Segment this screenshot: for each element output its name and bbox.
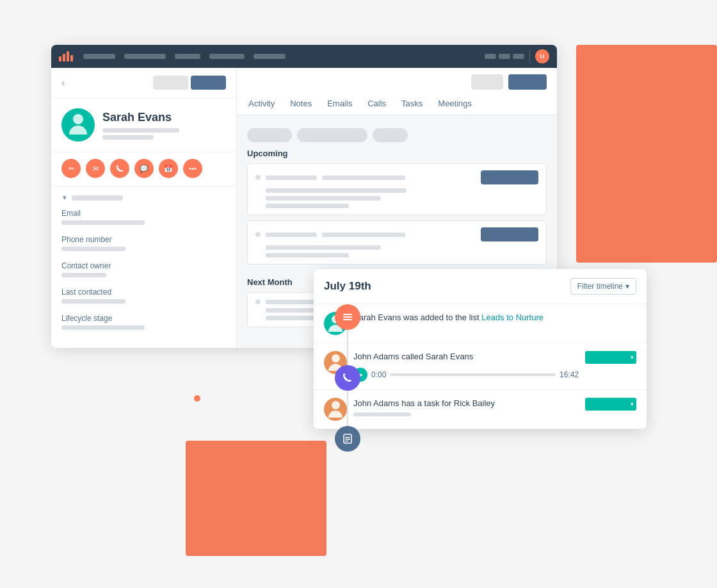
filter-timeline-button[interactable]: Filter timeline ▾ [570, 278, 636, 295]
back-button[interactable]: ‹ [61, 78, 65, 88]
nav-item-companies[interactable] [124, 54, 166, 59]
event-content-1: Sarah Evans was added to the list Leads … [324, 312, 636, 335]
event-meta-line [353, 412, 411, 416]
background-shape-bottom-left [186, 441, 326, 556]
chevron-down-icon: ▾ [625, 282, 629, 291]
event-text-called: John Adams called Sarah Evans [353, 352, 473, 361]
card-action-2[interactable] [481, 227, 538, 241]
contact-details: Sarah Evans [102, 111, 179, 140]
property-owner: Contact owner [61, 261, 226, 277]
svg-rect-0 [343, 314, 352, 315]
contact-avatar [61, 108, 95, 142]
owner-value[interactable] [61, 273, 106, 277]
contact-actions-bar [153, 76, 226, 90]
calendar-icon-btn[interactable]: 📅 [159, 159, 178, 178]
lifecycle-value[interactable] [61, 325, 145, 330]
nav-icon-3[interactable] [513, 54, 524, 59]
svg-rect-1 [343, 316, 352, 318]
timeline-icon-phone [335, 365, 360, 391]
user-avatar[interactable]: U [535, 49, 549, 63]
contact-info: Sarah Evans [51, 98, 236, 152]
section-toggle[interactable]: ▼ [61, 194, 226, 201]
filter-pill-1[interactable] [247, 128, 292, 142]
phone-icon-btn[interactable] [110, 159, 129, 178]
event-content-3: John Adams has a task for Rick Bailey ▾ [324, 398, 636, 421]
tab-calls[interactable]: Calls [366, 95, 387, 115]
nav-icon-1[interactable] [485, 54, 496, 59]
card-line-2a [266, 233, 317, 237]
more-icon-btn[interactable]: ••• [183, 159, 202, 178]
filter-pill-3[interactable] [373, 128, 408, 142]
secondary-action-btn[interactable] [471, 74, 503, 90]
card-sub-lines-2 [255, 245, 538, 257]
tab-notes[interactable]: Notes [289, 95, 313, 115]
audio-progress-bar[interactable] [390, 373, 556, 376]
avatar-head [73, 114, 83, 124]
filter-timeline-label: Filter timeline [577, 282, 623, 291]
tab-activity[interactable]: Activity [247, 95, 276, 115]
event-badge-called[interactable]: ▾ [585, 351, 636, 364]
card-sub-lines-1 [255, 188, 538, 208]
next-month-line-1 [266, 300, 317, 304]
audio-time-start: 0:00 [371, 370, 386, 379]
property-phone: Phone number [61, 235, 226, 251]
email-icon-btn[interactable]: ✉ [86, 159, 105, 178]
event-text-2: John Adams called Sarah Evans ▶ 0:00 16:… [353, 351, 579, 382]
nav-divider [529, 50, 530, 63]
tab-tasks[interactable]: Tasks [400, 95, 424, 115]
tab-meetings[interactable]: Meetings [437, 95, 473, 115]
badge-arrow-task-icon: ▾ [631, 401, 634, 407]
event-text-3: John Adams has a task for Rick Bailey [353, 398, 579, 416]
card-line-1b [322, 176, 405, 180]
nav-item-activities[interactable] [209, 54, 245, 59]
action-placeholder-1[interactable] [153, 76, 188, 90]
nav-item-deals[interactable] [175, 54, 200, 59]
event-badge-task[interactable]: ▾ [585, 398, 636, 411]
card-line-1a [266, 176, 317, 180]
edit-icon-btn[interactable]: ✏ [61, 159, 81, 178]
chevron-down-icon: ▼ [61, 194, 68, 201]
timeline-icon-task [335, 426, 360, 452]
event-text-task: John Adams has a task for Rick Bailey [353, 398, 495, 408]
avatar-silhouette [67, 114, 89, 136]
event-title-1: Sarah Evans was added to the list Leads … [353, 312, 636, 323]
nav-icon-2[interactable] [499, 54, 510, 59]
action-placeholder-2[interactable] [191, 76, 226, 90]
timeline-date: July 19th [324, 280, 371, 293]
upcoming-section: Upcoming [237, 149, 557, 277]
top-buttons [247, 74, 547, 90]
timeline-event-task: John Adams has a task for Rick Bailey ▾ [314, 390, 647, 429]
timeline-connector-1 [347, 330, 348, 365]
timeline-panel: July 19th Filter timeline ▾ Sarah Evans … [314, 269, 647, 429]
last-contacted-label: Last contacted [61, 288, 226, 297]
owner-label: Contact owner [61, 261, 226, 270]
nav-item-contacts[interactable] [83, 54, 115, 59]
event-title-3: John Adams has a task for Rick Bailey [353, 398, 579, 409]
logo-bar-1 [59, 56, 61, 61]
nav-item-reports[interactable] [254, 54, 286, 59]
card-dot-1 [255, 175, 261, 180]
card-sub-2b [266, 253, 349, 257]
leads-to-nurture-link[interactable]: Leads to Nurture [481, 313, 544, 322]
lifecycle-label: Lifecycle stage [61, 314, 226, 323]
card-action-1[interactable] [481, 170, 538, 184]
last-contacted-value[interactable] [61, 299, 125, 304]
primary-action-btn[interactable] [508, 74, 547, 90]
properties-section: ▼ Email Phone number Contact owner Last [51, 186, 236, 348]
svg-rect-4 [345, 437, 350, 438]
filter-pill-2[interactable] [297, 128, 367, 142]
upcoming-title: Upcoming [247, 149, 547, 158]
sidebar: ‹ Sarah Evans [51, 68, 237, 348]
timeline-event-added-to-list: Sarah Evans was added to the list Leads … [314, 304, 647, 343]
upcoming-card-1 [247, 163, 547, 215]
contact-subtitle-2 [102, 135, 154, 140]
svg-rect-5 [345, 439, 350, 440]
phone-value[interactable] [61, 247, 125, 251]
hubspot-logo [59, 51, 73, 61]
email-value[interactable] [61, 220, 145, 225]
chat-icon-btn[interactable]: 💬 [134, 159, 154, 178]
tab-emails[interactable]: Emails [326, 95, 353, 115]
svg-rect-2 [343, 319, 352, 320]
event-title-2: John Adams called Sarah Evans [353, 351, 579, 363]
phone-label: Phone number [61, 235, 226, 244]
